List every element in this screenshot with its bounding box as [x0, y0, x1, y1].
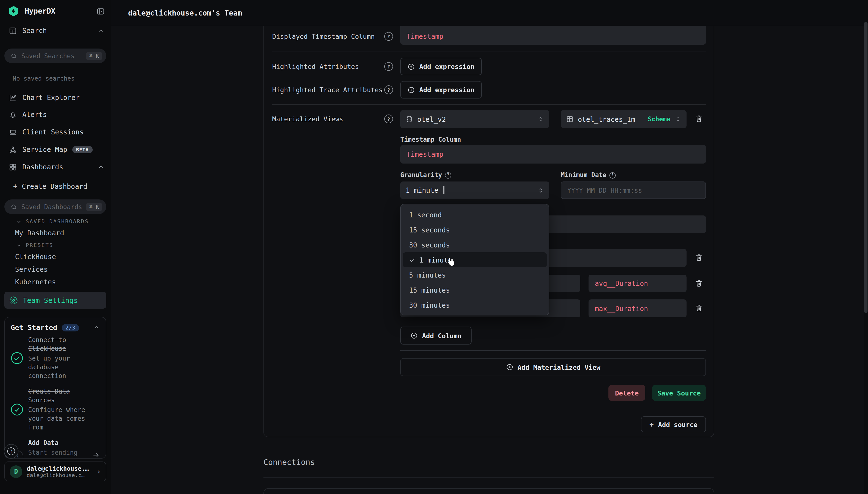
- sidebar-item-chart-explorer[interactable]: Chart Explorer: [0, 91, 111, 104]
- get-started-card: Get Started 2/3 Connect to ClickHouse Se…: [4, 317, 106, 459]
- saved-dashboards-input[interactable]: Saved Dashboards ⌘ K: [4, 200, 106, 214]
- sidebar-item-search[interactable]: Search: [0, 24, 111, 37]
- view-select[interactable]: otel_v2: [400, 110, 549, 128]
- sidebar-item-label: Alerts: [22, 111, 47, 118]
- mv-column-expression-input[interactable]: avg__Duration: [589, 275, 687, 292]
- add-column-button[interactable]: Add Column: [400, 327, 471, 344]
- granularity-menu: 1 second 15 seconds 30 seconds 1 minute …: [400, 204, 549, 316]
- help-circle-icon[interactable]: ?: [610, 172, 616, 178]
- sidebar-item-my-dashboard[interactable]: My Dashboard: [15, 229, 64, 237]
- delete-column-trash-icon[interactable]: [695, 253, 703, 262]
- menu-option-30-seconds[interactable]: 30 seconds: [403, 237, 547, 252]
- divider: [272, 104, 706, 105]
- sidebar-collapse-icon[interactable]: [97, 7, 105, 15]
- chevron-up-icon[interactable]: [98, 27, 104, 34]
- shortcut-badge: ⌘ K: [86, 52, 102, 60]
- user-name: dale@clickhouse.…: [27, 464, 92, 472]
- step-desc: Set up your database connection: [28, 354, 100, 380]
- user-menu[interactable]: D dale@clickhouse.… dale@clickhouse.c… ›: [4, 461, 106, 481]
- laptop-icon: [9, 128, 17, 136]
- create-dashboard-button[interactable]: + Create Dashboard: [0, 180, 111, 192]
- step-title: Create Data Sources: [28, 388, 70, 404]
- scrollbar-thumb[interactable]: [864, 22, 868, 313]
- plus-circle-icon: [506, 363, 513, 371]
- saved-dashboards-placeholder: Saved Dashboards: [21, 203, 86, 210]
- app-name: HyperDX: [25, 7, 55, 16]
- granularity-select[interactable]: 1 minute: [400, 182, 549, 199]
- mouse-cursor: [445, 256, 456, 268]
- help-circle-icon[interactable]: ?: [445, 172, 451, 178]
- sidebar-item-label: Search: [22, 27, 47, 35]
- table-select[interactable]: otel_traces_1m Schema: [561, 110, 687, 128]
- sidebar-item-service-map[interactable]: Service Map BETA: [0, 142, 111, 156]
- shortcut-badge: ⌘ K: [86, 203, 102, 211]
- help-button[interactable]: ?: [4, 444, 18, 459]
- page-title: dale@clickhouse.com's Team: [128, 8, 242, 17]
- minimum-date-input[interactable]: [561, 182, 706, 199]
- menu-option-30-minutes[interactable]: 30 minutes: [403, 298, 547, 312]
- chevron-up-icon[interactable]: [93, 324, 100, 331]
- dashboards-icon: [9, 163, 17, 171]
- help-circle-icon[interactable]: ?: [384, 32, 393, 41]
- help-circle-icon[interactable]: ?: [384, 62, 393, 71]
- sidebar-item-services[interactable]: Services: [15, 265, 48, 273]
- menu-option-5-minutes[interactable]: 5 minutes: [403, 267, 547, 282]
- get-started-title: Get Started: [11, 324, 57, 331]
- get-started-step-connect[interactable]: Connect to ClickHouse Set up your databa…: [5, 336, 106, 380]
- materialized-views-label: Materialized Views: [272, 114, 343, 124]
- scrollbar-track[interactable]: [864, 0, 868, 494]
- hyperdx-logo-icon: [8, 5, 19, 17]
- add-source-button[interactable]: + Add source: [641, 416, 706, 432]
- select-chevrons-icon: [538, 116, 544, 122]
- timestamp-column-input[interactable]: Timestamp: [400, 145, 706, 164]
- sidebar-item-client-sessions[interactable]: Client Sessions: [0, 125, 111, 139]
- sidebar-item-dashboards[interactable]: Dashboards: [0, 160, 111, 174]
- sidebar-item-label: Dashboards: [22, 163, 63, 171]
- divider: [272, 51, 706, 52]
- page-header: dale@clickhouse.com's Team: [111, 0, 868, 26]
- sidebar: HyperDX Search Saved Searches ⌘ K No sav…: [0, 0, 111, 494]
- sidebar-item-kubernetes[interactable]: Kubernetes: [15, 278, 56, 286]
- delete-column-trash-icon[interactable]: [695, 304, 703, 312]
- presets-group[interactable]: PRESETS: [16, 242, 53, 248]
- get-started-header[interactable]: Get Started 2/3: [5, 317, 106, 336]
- mv-column-expression-input[interactable]: max__Duration: [589, 299, 687, 317]
- plus-circle-icon: [410, 332, 418, 339]
- connections-panel: [264, 488, 714, 494]
- sidebar-item-clickhouse[interactable]: ClickHouse: [15, 253, 56, 261]
- displayed-timestamp-input[interactable]: Timestamp: [400, 26, 706, 45]
- menu-option-15-seconds[interactable]: 15 seconds: [403, 222, 547, 237]
- select-chevrons-icon: [675, 116, 681, 122]
- sidebar-header: HyperDX: [0, 4, 111, 18]
- delete-view-trash-icon[interactable]: [695, 115, 703, 123]
- arrow-right-icon: [92, 451, 100, 459]
- get-started-step-add-data[interactable]: 3 Add Data Start sending logs, metrics, …: [5, 439, 106, 459]
- delete-column-trash-icon[interactable]: [695, 279, 703, 288]
- create-dashboard-label: Create Dashboard: [22, 183, 87, 190]
- saved-dashboards-group[interactable]: SAVED DASHBOARDS: [16, 218, 89, 225]
- saved-searches-input[interactable]: Saved Searches ⌘ K: [4, 49, 106, 63]
- step-title: Add Data: [28, 439, 58, 446]
- main-area: dale@clickhouse.com's Team Displayed Tim…: [111, 0, 868, 494]
- help-circle-icon[interactable]: ?: [384, 86, 393, 94]
- add-materialized-view-button[interactable]: Add Materialized View: [400, 358, 706, 376]
- menu-option-1-second[interactable]: 1 second: [403, 207, 547, 222]
- bell-icon: [9, 110, 17, 119]
- search-icon: [11, 204, 17, 210]
- chevron-up-icon[interactable]: [98, 164, 104, 170]
- help-circle-icon[interactable]: ?: [384, 115, 393, 123]
- save-source-button[interactable]: Save Source: [652, 385, 706, 401]
- team-settings-content: Displayed Timestamp Column ? Timestamp H…: [111, 26, 868, 494]
- schema-badge[interactable]: Schema: [648, 115, 671, 123]
- plus-circle-icon: [408, 86, 415, 93]
- menu-option-1-minute[interactable]: 1 minute: [403, 252, 547, 267]
- delete-button[interactable]: Delete: [609, 385, 645, 401]
- plus-icon: +: [650, 420, 654, 429]
- sidebar-item-alerts[interactable]: Alerts: [0, 108, 111, 121]
- add-expression-button[interactable]: Add expression: [400, 58, 482, 75]
- timestamp-column-label: Timestamp Column: [400, 135, 461, 144]
- menu-option-15-minutes[interactable]: 15 minutes: [403, 282, 547, 298]
- get-started-step-sources[interactable]: Create Data Sources Configure where your…: [5, 387, 106, 432]
- add-expression-button[interactable]: Add expression: [400, 81, 482, 98]
- sidebar-item-team-settings[interactable]: Team Settings: [4, 292, 106, 309]
